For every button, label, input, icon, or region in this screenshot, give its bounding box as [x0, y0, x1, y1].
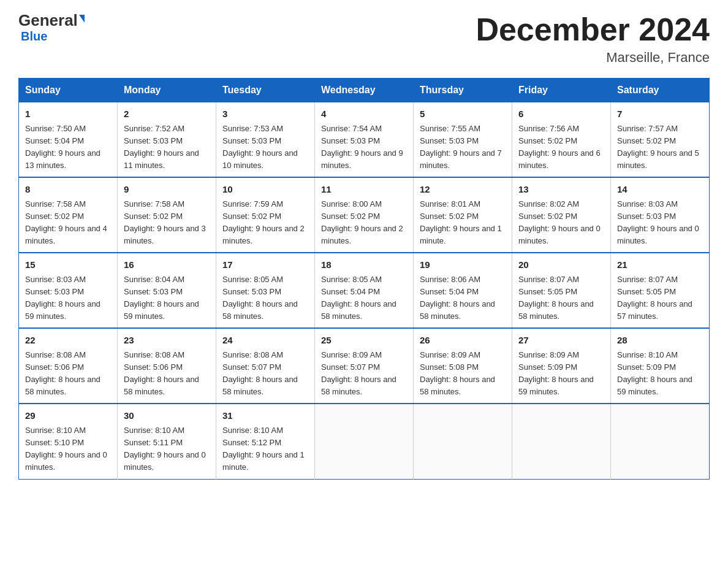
table-row [512, 404, 611, 479]
calendar-week-row: 15Sunrise: 8:03 AMSunset: 5:03 PMDayligh… [19, 253, 710, 328]
day-info: Sunrise: 8:10 AMSunset: 5:11 PMDaylight:… [124, 424, 210, 474]
day-number: 18 [321, 258, 407, 272]
logo: General Blue [18, 12, 85, 44]
day-info: Sunrise: 8:00 AMSunset: 5:02 PMDaylight:… [321, 198, 407, 248]
day-number: 30 [124, 409, 210, 423]
logo-arrow-icon [79, 15, 85, 23]
day-info: Sunrise: 8:10 AMSunset: 5:09 PMDaylight:… [617, 349, 703, 399]
day-info: Sunrise: 8:09 AMSunset: 5:08 PMDaylight:… [420, 349, 506, 399]
location: Marseille, France [476, 50, 710, 66]
logo-blue: Blue [21, 29, 47, 44]
day-number: 8 [25, 183, 111, 197]
day-info: Sunrise: 8:04 AMSunset: 5:03 PMDaylight:… [124, 274, 210, 323]
col-monday: Monday [118, 79, 216, 102]
day-info: Sunrise: 8:03 AMSunset: 5:03 PMDaylight:… [617, 198, 703, 248]
table-row: 18Sunrise: 8:05 AMSunset: 5:04 PMDayligh… [315, 253, 414, 328]
day-number: 14 [617, 183, 703, 197]
day-info: Sunrise: 7:55 AMSunset: 5:03 PMDaylight:… [420, 123, 506, 172]
day-number: 2 [124, 107, 210, 121]
table-row: 30Sunrise: 8:10 AMSunset: 5:11 PMDayligh… [118, 404, 216, 479]
table-row: 4Sunrise: 7:54 AMSunset: 5:03 PMDaylight… [315, 102, 414, 178]
day-info: Sunrise: 7:53 AMSunset: 5:03 PMDaylight:… [222, 123, 308, 172]
day-info: Sunrise: 7:52 AMSunset: 5:03 PMDaylight:… [124, 123, 210, 172]
day-number: 13 [518, 183, 604, 197]
day-info: Sunrise: 7:50 AMSunset: 5:04 PMDaylight:… [25, 123, 111, 172]
day-number: 31 [222, 409, 308, 423]
day-info: Sunrise: 8:10 AMSunset: 5:12 PMDaylight:… [222, 424, 308, 474]
day-number: 7 [617, 107, 703, 121]
table-row: 22Sunrise: 8:08 AMSunset: 5:06 PMDayligh… [19, 328, 118, 404]
table-row: 5Sunrise: 7:55 AMSunset: 5:03 PMDaylight… [414, 102, 512, 178]
day-info: Sunrise: 8:03 AMSunset: 5:03 PMDaylight:… [25, 274, 111, 323]
day-number: 10 [222, 183, 308, 197]
col-tuesday: Tuesday [216, 79, 315, 102]
calendar-header-row: Sunday Monday Tuesday Wednesday Thursday… [19, 79, 710, 102]
col-sunday: Sunday [19, 79, 118, 102]
table-row: 28Sunrise: 8:10 AMSunset: 5:09 PMDayligh… [611, 328, 710, 404]
day-number: 23 [124, 334, 210, 348]
day-info: Sunrise: 8:09 AMSunset: 5:09 PMDaylight:… [518, 349, 604, 399]
day-number: 16 [124, 258, 210, 272]
table-row: 6Sunrise: 7:56 AMSunset: 5:02 PMDaylight… [512, 102, 611, 178]
table-row: 23Sunrise: 8:08 AMSunset: 5:06 PMDayligh… [118, 328, 216, 404]
table-row: 3Sunrise: 7:53 AMSunset: 5:03 PMDaylight… [216, 102, 315, 178]
day-number: 4 [321, 107, 407, 121]
month-title: December 2024 [476, 12, 710, 47]
col-saturday: Saturday [611, 79, 710, 102]
table-row: 10Sunrise: 7:59 AMSunset: 5:02 PMDayligh… [216, 177, 315, 253]
table-row: 19Sunrise: 8:06 AMSunset: 5:04 PMDayligh… [414, 253, 512, 328]
day-number: 3 [222, 107, 308, 121]
table-row [315, 404, 414, 479]
table-row: 7Sunrise: 7:57 AMSunset: 5:02 PMDaylight… [611, 102, 710, 178]
day-number: 17 [222, 258, 308, 272]
table-row: 21Sunrise: 8:07 AMSunset: 5:05 PMDayligh… [611, 253, 710, 328]
logo-general: General [18, 11, 78, 29]
day-info: Sunrise: 8:08 AMSunset: 5:06 PMDaylight:… [124, 349, 210, 399]
day-number: 19 [420, 258, 506, 272]
day-info: Sunrise: 8:05 AMSunset: 5:04 PMDaylight:… [321, 274, 407, 323]
table-row: 25Sunrise: 8:09 AMSunset: 5:07 PMDayligh… [315, 328, 414, 404]
day-info: Sunrise: 7:57 AMSunset: 5:02 PMDaylight:… [617, 123, 703, 172]
day-info: Sunrise: 8:07 AMSunset: 5:05 PMDaylight:… [518, 274, 604, 323]
table-row [414, 404, 512, 479]
table-row: 17Sunrise: 8:05 AMSunset: 5:03 PMDayligh… [216, 253, 315, 328]
day-info: Sunrise: 8:09 AMSunset: 5:07 PMDaylight:… [321, 349, 407, 399]
day-info: Sunrise: 7:58 AMSunset: 5:02 PMDaylight:… [124, 198, 210, 248]
day-number: 15 [25, 258, 111, 272]
day-info: Sunrise: 8:01 AMSunset: 5:02 PMDaylight:… [420, 198, 506, 248]
calendar-week-row: 1Sunrise: 7:50 AMSunset: 5:04 PMDaylight… [19, 102, 710, 178]
day-info: Sunrise: 7:58 AMSunset: 5:02 PMDaylight:… [25, 198, 111, 248]
table-row: 13Sunrise: 8:02 AMSunset: 5:02 PMDayligh… [512, 177, 611, 253]
day-number: 29 [25, 409, 111, 423]
table-row: 11Sunrise: 8:00 AMSunset: 5:02 PMDayligh… [315, 177, 414, 253]
table-row: 20Sunrise: 8:07 AMSunset: 5:05 PMDayligh… [512, 253, 611, 328]
day-info: Sunrise: 8:08 AMSunset: 5:07 PMDaylight:… [222, 349, 308, 399]
col-wednesday: Wednesday [315, 79, 414, 102]
day-number: 9 [124, 183, 210, 197]
day-number: 24 [222, 334, 308, 348]
page-header: General Blue December 2024 Marseille, Fr… [18, 12, 710, 66]
day-info: Sunrise: 7:54 AMSunset: 5:03 PMDaylight:… [321, 123, 407, 172]
title-area: December 2024 Marseille, France [476, 12, 710, 66]
day-info: Sunrise: 8:10 AMSunset: 5:10 PMDaylight:… [25, 424, 111, 474]
day-number: 20 [518, 258, 604, 272]
table-row: 1Sunrise: 7:50 AMSunset: 5:04 PMDaylight… [19, 102, 118, 178]
calendar-week-row: 29Sunrise: 8:10 AMSunset: 5:10 PMDayligh… [19, 404, 710, 479]
day-number: 11 [321, 183, 407, 197]
table-row: 16Sunrise: 8:04 AMSunset: 5:03 PMDayligh… [118, 253, 216, 328]
calendar-week-row: 8Sunrise: 7:58 AMSunset: 5:02 PMDaylight… [19, 177, 710, 253]
day-number: 12 [420, 183, 506, 197]
day-number: 26 [420, 334, 506, 348]
table-row: 24Sunrise: 8:08 AMSunset: 5:07 PMDayligh… [216, 328, 315, 404]
table-row: 2Sunrise: 7:52 AMSunset: 5:03 PMDaylight… [118, 102, 216, 178]
table-row: 14Sunrise: 8:03 AMSunset: 5:03 PMDayligh… [611, 177, 710, 253]
day-number: 1 [25, 107, 111, 121]
table-row: 9Sunrise: 7:58 AMSunset: 5:02 PMDaylight… [118, 177, 216, 253]
day-number: 21 [617, 258, 703, 272]
table-row: 8Sunrise: 7:58 AMSunset: 5:02 PMDaylight… [19, 177, 118, 253]
day-info: Sunrise: 8:05 AMSunset: 5:03 PMDaylight:… [222, 274, 308, 323]
col-friday: Friday [512, 79, 611, 102]
day-number: 28 [617, 334, 703, 348]
day-info: Sunrise: 8:02 AMSunset: 5:02 PMDaylight:… [518, 198, 604, 248]
table-row: 29Sunrise: 8:10 AMSunset: 5:10 PMDayligh… [19, 404, 118, 479]
